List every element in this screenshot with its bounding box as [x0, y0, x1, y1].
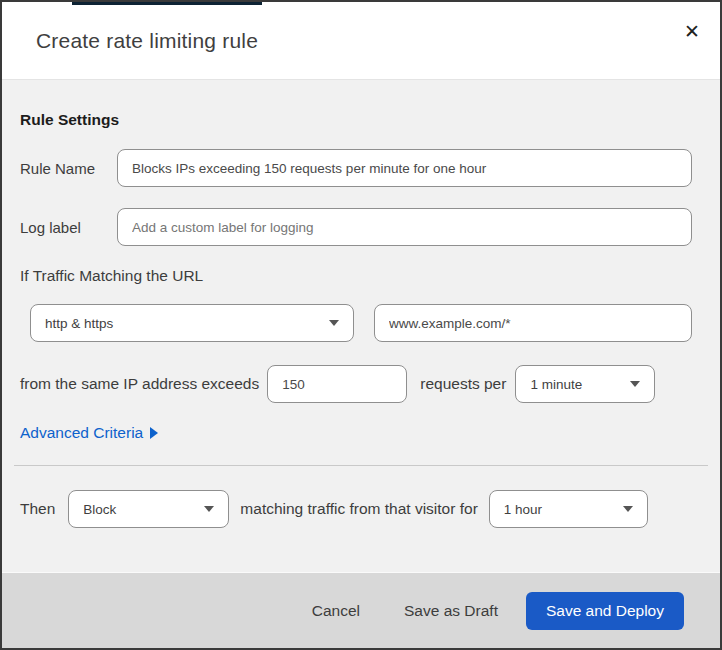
url-match-row: http & https	[30, 304, 692, 342]
dialog-title: Create rate limiting rule	[36, 29, 258, 53]
chevron-down-icon	[329, 320, 339, 326]
dialog-header: Create rate limiting rule ✕	[2, 2, 720, 80]
rule-name-row: Rule Name	[20, 149, 692, 187]
threshold-prefix-text: from the same IP address exceeds	[20, 375, 259, 393]
action-select[interactable]: Block	[68, 490, 229, 528]
duration-select[interactable]: 1 hour	[489, 490, 648, 528]
protocol-select[interactable]: http & https	[30, 304, 354, 342]
url-pattern-input[interactable]	[374, 304, 692, 342]
section-divider	[14, 465, 708, 466]
cancel-button[interactable]: Cancel	[312, 602, 360, 620]
chevron-down-icon	[623, 506, 633, 512]
threshold-middle-text: requests per	[420, 375, 506, 393]
log-label-row: Log label	[20, 208, 692, 246]
rule-name-input[interactable]	[117, 149, 692, 187]
arrow-right-icon	[150, 427, 158, 439]
close-icon: ✕	[684, 21, 700, 42]
advanced-criteria-link[interactable]: Advanced Criteria	[20, 424, 158, 442]
request-count-input[interactable]	[267, 365, 407, 403]
action-select-value: Block	[83, 502, 116, 517]
action-row: Then Block matching traffic from that vi…	[20, 490, 692, 528]
advanced-criteria-label: Advanced Criteria	[20, 424, 143, 442]
traffic-match-heading: If Traffic Matching the URL	[20, 267, 692, 285]
rule-name-label: Rule Name	[20, 160, 108, 177]
period-select[interactable]: 1 minute	[515, 365, 655, 403]
chevron-down-icon	[204, 506, 214, 512]
threshold-row: from the same IP address exceeds request…	[20, 365, 692, 403]
log-label-label: Log label	[20, 219, 108, 236]
create-rate-limiting-rule-dialog: Create rate limiting rule ✕ Rule Setting…	[0, 0, 722, 650]
then-text: Then	[20, 500, 55, 518]
chevron-down-icon	[630, 381, 640, 387]
dialog-footer: Cancel Save as Draft Save and Deploy	[2, 572, 720, 648]
rule-settings-heading: Rule Settings	[20, 111, 692, 129]
log-label-input[interactable]	[117, 208, 692, 246]
close-button[interactable]: ✕	[680, 18, 704, 45]
protocol-select-value: http & https	[45, 316, 113, 331]
save-as-draft-button[interactable]: Save as Draft	[404, 602, 498, 620]
dialog-body: Rule Settings Rule Name Log label If Tra…	[2, 80, 720, 572]
duration-select-value: 1 hour	[504, 502, 542, 517]
period-select-value: 1 minute	[530, 377, 582, 392]
save-and-deploy-button[interactable]: Save and Deploy	[526, 592, 684, 630]
action-middle-text: matching traffic from that visitor for	[240, 500, 477, 518]
top-edge-strip	[72, 0, 262, 5]
